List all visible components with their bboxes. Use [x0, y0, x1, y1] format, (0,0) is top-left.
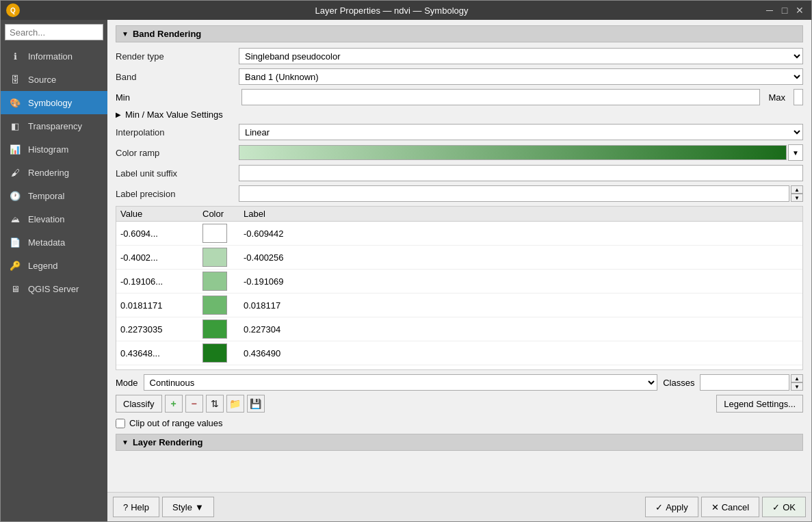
classes-input[interactable]: 9: [700, 374, 789, 391]
label-precision-control: 6 ▲ ▼: [239, 185, 803, 202]
sidebar-item-information[interactable]: ℹ Information: [1, 44, 107, 68]
color-ramp-row: Color ramp ▼: [116, 144, 803, 161]
color-table-row: -0.19106... -0.191069: [116, 270, 802, 293]
apply-button[interactable]: ✓ Apply: [645, 497, 698, 517]
cancel-button[interactable]: ✕ Cancel: [701, 497, 759, 517]
interpolation-select[interactable]: Linear Discrete Exact: [239, 124, 803, 140]
sidebar-item-label-rendering: Rendering: [28, 168, 69, 178]
source-icon: 🗄: [8, 72, 23, 87]
render-type-select[interactable]: Singleband pseudocolor Singleband gray M…: [239, 48, 803, 64]
row-color-cell[interactable]: [198, 270, 239, 293]
color-swatch[interactable]: [202, 224, 227, 243]
sidebar-item-temporal[interactable]: 🕐 Temporal: [1, 184, 107, 207]
band-rendering-arrow: ▼: [122, 30, 129, 38]
sidebar-item-label-transparency: Transparency: [28, 121, 82, 131]
col-header-color: Color: [198, 207, 239, 222]
window-title: Layer Properties — ndvi — Symbology: [20, 5, 763, 16]
style-button[interactable]: Style ▼: [162, 497, 214, 517]
sidebar-item-elevation[interactable]: ⛰ Elevation: [1, 207, 107, 231]
maximize-button[interactable]: □: [778, 4, 791, 16]
sidebar-item-rendering[interactable]: 🖌 Rendering: [1, 161, 107, 184]
help-label: Help: [131, 502, 149, 512]
precision-down-button[interactable]: ▼: [791, 194, 803, 202]
layer-rendering-arrow: ▼: [122, 439, 129, 446]
color-swatch[interactable]: [202, 319, 227, 339]
sidebar-item-metadata[interactable]: 📄 Metadata: [1, 231, 107, 254]
row-color-cell[interactable]: [198, 222, 239, 246]
color-swatch[interactable]: [202, 248, 227, 267]
label-precision-label: Label precision: [116, 189, 239, 199]
sidebar-item-symbology[interactable]: 🎨 Symbology: [1, 91, 107, 114]
mode-select[interactable]: Continuous Equal Interval Quantile: [144, 374, 658, 391]
ok-check-icon: ✓: [772, 502, 780, 512]
histogram-icon: 📊: [8, 142, 23, 157]
bottom-bar: ? Help Style ▼ ✓ Apply ✕ Cancel ✓: [107, 492, 811, 521]
label-unit-suffix-row: Label unit suffix: [116, 165, 803, 181]
color-table-row: -0.4002... -0.400256: [116, 246, 802, 270]
color-table-wrapper: Value Color Label -0.6094... -0.609442 -…: [116, 206, 803, 370]
band-rendering-header[interactable]: ▼ Band Rendering: [116, 25, 803, 42]
label-precision-input[interactable]: 6: [239, 185, 789, 202]
max-input[interactable]: 0.9996841: [794, 89, 803, 105]
clip-checkbox[interactable]: [116, 419, 125, 428]
reverse-button[interactable]: ⇅: [206, 395, 224, 413]
sidebar-item-transparency[interactable]: ◧ Transparency: [1, 114, 107, 138]
classes-label: Classes: [663, 378, 694, 388]
sidebar-item-histogram[interactable]: 📊 Histogram: [1, 138, 107, 161]
help-button[interactable]: ? Help: [113, 497, 159, 517]
save-button[interactable]: 💾: [247, 395, 265, 413]
row-label: -0.400256: [239, 246, 802, 270]
add-class-button[interactable]: +: [165, 395, 183, 413]
min-label: Min: [116, 92, 239, 103]
help-icon: ?: [123, 502, 128, 512]
search-input[interactable]: [5, 24, 103, 40]
metadata-icon: 📄: [8, 235, 23, 250]
sidebar-item-label-metadata: Metadata: [28, 237, 65, 248]
precision-up-button[interactable]: ▲: [791, 185, 803, 194]
row-value: -0.4002...: [116, 246, 198, 270]
row-color-cell[interactable]: [198, 341, 239, 365]
sidebar-item-qgis_server[interactable]: 🖥 QGIS Server: [1, 277, 107, 300]
transparency-icon: ◧: [8, 118, 23, 133]
col-header-value: Value: [116, 207, 198, 222]
information-icon: ℹ: [8, 49, 23, 64]
minmax-settings-header[interactable]: ▶ Min / Max Value Settings: [116, 109, 803, 120]
sidebar-item-source[interactable]: 🗄 Source: [1, 68, 107, 91]
color-swatch[interactable]: [202, 272, 227, 291]
render-type-row: Render type Singleband pseudocolor Singl…: [116, 48, 803, 64]
ok-label: OK: [783, 502, 796, 512]
color-table-header-row: Value Color Label: [116, 207, 802, 222]
ok-button[interactable]: ✓ OK: [762, 497, 806, 517]
col-header-label: Label: [239, 207, 802, 222]
classify-button[interactable]: Classify: [116, 395, 162, 413]
sidebar-item-legend[interactable]: 🔑 Legend: [1, 254, 107, 277]
color-ramp-dropdown[interactable]: ▼: [788, 144, 803, 161]
load-button[interactable]: 📁: [226, 395, 244, 413]
row-color-cell[interactable]: [198, 293, 239, 317]
close-button[interactable]: ✕: [794, 4, 806, 16]
render-type-label: Render type: [116, 51, 239, 62]
interpolation-row: Interpolation Linear Discrete Exact: [116, 124, 803, 140]
legend-settings-button[interactable]: Legend Settings...: [716, 395, 803, 413]
classes-spin: 9 ▲ ▼: [700, 374, 803, 391]
row-label: -0.191069: [239, 270, 802, 293]
row-color-cell[interactable]: [198, 246, 239, 270]
sidebar-item-label-legend: Legend: [28, 261, 57, 271]
label-unit-suffix-input[interactable]: [239, 165, 803, 181]
min-input[interactable]: -0.6094421: [241, 89, 760, 105]
row-value: -0.6094...: [116, 222, 198, 246]
classes-up-button[interactable]: ▲: [791, 374, 803, 382]
color-swatch[interactable]: [202, 343, 227, 363]
remove-class-button[interactable]: −: [185, 395, 203, 413]
interpolation-control: Linear Discrete Exact: [239, 124, 803, 140]
app-logo: Q: [6, 3, 20, 17]
color-table: Value Color Label -0.6094... -0.609442 -…: [116, 207, 802, 365]
minimize-button[interactable]: ─: [763, 4, 776, 16]
row-color-cell[interactable]: [198, 317, 239, 341]
layer-rendering-header[interactable]: ▼ Layer Rendering: [116, 434, 803, 451]
color-swatch[interactable]: [202, 296, 227, 315]
color-ramp-preview[interactable]: [239, 145, 787, 160]
color-ramp-label: Color ramp: [116, 148, 239, 158]
classes-down-button[interactable]: ▼: [791, 382, 803, 391]
band-select[interactable]: Band 1 (Unknown): [239, 68, 803, 85]
